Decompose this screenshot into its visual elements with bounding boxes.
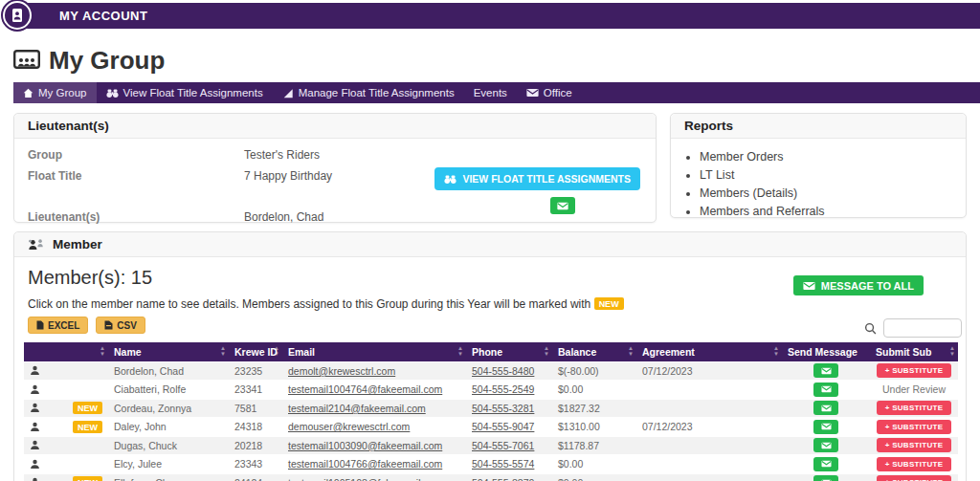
table-row: NEW Ellefson, Chase 24124 testemail10051… [24, 473, 958, 481]
member-name-link[interactable]: Dugas, Chuck [108, 436, 229, 455]
nav-tab-my-group[interactable]: My Group [13, 82, 97, 103]
report-link-members-and-referrals[interactable]: Members and Referrals [700, 203, 966, 221]
member-icon [30, 422, 40, 432]
send-message-button[interactable] [813, 420, 838, 434]
field-float-title-label: Float Title [28, 168, 244, 184]
col-header-submit-sub[interactable]: Submit Sub▲▼ [870, 342, 958, 361]
send-message-button[interactable] [813, 457, 838, 471]
group-icon [13, 50, 40, 73]
member-phone-link[interactable]: 504-555-8480 [472, 365, 534, 377]
balance-cell: $1827.32 [552, 399, 636, 418]
member-table-wrap: ▲▼ Name▲▼ Krewe ID▲▼ Email▲▼ Phone▲▼ Bal… [24, 342, 956, 481]
message-lieutenant-button[interactable] [550, 197, 575, 214]
table-search [864, 318, 962, 338]
send-message-button[interactable] [813, 401, 838, 415]
member-name-link[interactable]: Ciabatteri, Rolfe [108, 381, 229, 400]
col-header-icon[interactable]: ▲▼ [24, 342, 108, 361]
col-header-agreement[interactable]: Agreement▲▼ [636, 342, 782, 361]
member-name-link[interactable]: Ellefson, Chase [108, 473, 229, 481]
member-email-link[interactable]: demouser@krewesctrl.com [288, 421, 410, 432]
app-title: MY ACCOUNT [59, 3, 147, 29]
member-phone-link[interactable]: 504-555-9047 [472, 421, 534, 432]
balance-cell: $0.00 [552, 455, 636, 474]
member-phone-link[interactable]: 504-555-2549 [472, 383, 534, 395]
col-header-email[interactable]: Email▲▼ [282, 342, 466, 361]
substitute-button[interactable]: + SUBSTITUTE [877, 401, 952, 415]
field-group-value: Tester's Riders [244, 147, 320, 163]
krewe-id-cell: 23341 [229, 381, 282, 400]
binoculars-icon [444, 174, 457, 185]
col-header-phone[interactable]: Phone▲▼ [466, 342, 552, 361]
field-lieutenants-label: Lieutenant(s) [28, 209, 244, 225]
member-phone-link[interactable]: 504-555-3281 [472, 403, 534, 414]
view-float-title-assignments-button[interactable]: VIEW FLOAT TITLE ASSIGNMENTS [434, 167, 640, 190]
member-email-link[interactable]: testemail1003090@fakeemail.com [288, 440, 442, 451]
binoculars-icon [106, 88, 119, 98]
member-name-link[interactable]: Daley, John [108, 418, 229, 437]
envelope-icon [821, 385, 832, 393]
export-csv-button[interactable]: CSV [96, 317, 145, 334]
send-message-button[interactable] [813, 383, 838, 397]
substitute-button[interactable]: + SUBSTITUTE [877, 438, 952, 452]
member-icon [30, 403, 40, 413]
member-email-link[interactable]: testemail1005108@fakeemail.com [288, 477, 442, 481]
sort-icon: ▲▼ [544, 345, 549, 357]
substitute-button[interactable]: + SUBSTITUTE [877, 363, 952, 378]
nav-tab-manage-float-title-assignments[interactable]: Manage Float Title Assignments [273, 82, 464, 103]
message-to-all-button[interactable]: MESSAGE TO ALL [793, 275, 924, 295]
member-icon [30, 477, 40, 481]
col-header-krewe-id[interactable]: Krewe ID▲▼ [229, 342, 282, 361]
krewe-id-cell: 23343 [229, 455, 282, 474]
member-icon [30, 384, 40, 395]
member-icon [30, 440, 40, 450]
envelope-icon [821, 460, 832, 468]
send-message-button[interactable] [813, 475, 838, 481]
account-logo[interactable] [3, 1, 32, 30]
krewe-id-cell: 24318 [229, 418, 282, 437]
member-email-link[interactable]: testemail1004764@fakeemail.com [288, 383, 442, 395]
member-phone-link[interactable]: 504-555-7061 [472, 440, 534, 451]
reports-panel-title: Reports [671, 114, 966, 139]
table-row: NEW Cordeau, Zonnya 7581 testemail2104@f… [24, 399, 958, 418]
page-title: My Group [49, 46, 165, 76]
balance-cell: $1310.00 [552, 418, 636, 437]
member-phone-link[interactable]: 504-555-8870 [472, 477, 534, 481]
member-name-link[interactable]: Elcy, Julee [108, 455, 229, 474]
substitute-button[interactable]: + SUBSTITUTE [877, 420, 952, 434]
substitute-button[interactable]: + SUBSTITUTE [877, 457, 952, 471]
send-message-button[interactable] [813, 438, 838, 452]
table-row: Ciabatteri, Rolfe 23341 testemail1004764… [24, 381, 958, 400]
member-email-link[interactable]: demolt@krewesctrl.com [288, 365, 395, 377]
report-link-lt-list[interactable]: LT List [700, 166, 966, 185]
member-email-link[interactable]: testemail1004766@fakeemail.com [288, 458, 442, 470]
report-link-members-details[interactable]: Members (Details) [700, 185, 966, 203]
member-name-link[interactable]: Bordelon, Chad [108, 361, 229, 381]
report-link-member-orders[interactable]: Member Orders [700, 148, 966, 166]
new-badge: NEW [73, 402, 102, 414]
member-phone-link[interactable]: 504-555-5574 [472, 458, 534, 470]
send-message-button[interactable] [813, 363, 838, 378]
export-excel-button[interactable]: EXCEL [28, 317, 88, 334]
sort-icon: ▲▼ [274, 345, 279, 357]
col-header-balance[interactable]: Balance▲▼ [552, 342, 636, 361]
balance-cell: $(-80.00) [552, 361, 636, 381]
nav-tab-view-float-title-assignments[interactable]: View Float Title Assignments [97, 82, 273, 103]
nav-tab-office[interactable]: Office [517, 82, 582, 103]
new-badge: NEW [594, 297, 624, 310]
table-row: NEW Daley, John 24318 demouser@krewesctr… [24, 418, 958, 437]
col-header-name[interactable]: Name▲▼ [108, 342, 229, 361]
table-row: Dugas, Chuck 20218 testemail1003090@fake… [24, 436, 958, 455]
member-name-link[interactable]: Cordeau, Zonnya [108, 399, 229, 418]
col-header-send-message[interactable]: Send Message [782, 342, 870, 361]
substitute-button[interactable]: + SUBSTITUTE [877, 475, 952, 481]
member-email-link[interactable]: testemail2104@fakeemail.com [288, 403, 426, 414]
table-row: Bordelon, Chad 23235 demolt@krewesctrl.c… [24, 361, 958, 381]
members-icon [28, 238, 45, 251]
member-table: ▲▼ Name▲▼ Krewe ID▲▼ Email▲▼ Phone▲▼ Bal… [24, 342, 958, 481]
krewe-id-cell: 7581 [229, 399, 282, 418]
nav-tab-events[interactable]: Events [464, 82, 517, 103]
search-input[interactable] [883, 318, 962, 338]
envelope-icon [821, 367, 832, 375]
lieutenant-panel: Lieutenant(s) Group Tester's Riders Floa… [13, 113, 657, 223]
sort-icon: ▲▼ [628, 345, 634, 357]
